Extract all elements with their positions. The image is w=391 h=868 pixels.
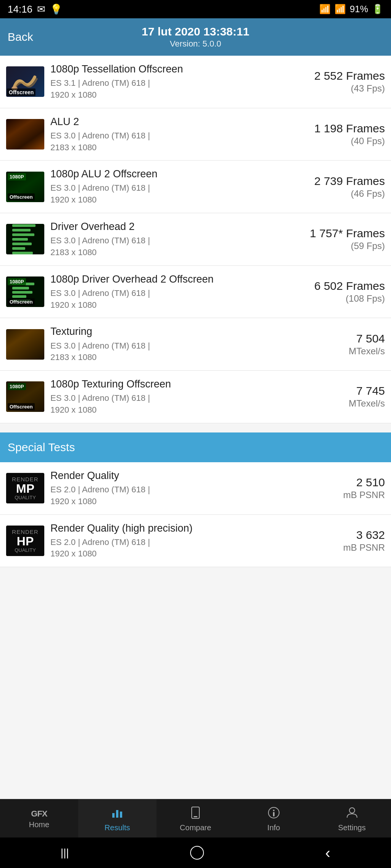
- result-details: ES 3.0 | Adreno (TM) 618 |1920 x 1080: [50, 392, 310, 416]
- nav-settings-label: Settings: [338, 823, 365, 832]
- badge-offscreen: Offscreen: [8, 298, 35, 305]
- score-secondary: (46 Fps): [314, 188, 385, 199]
- render-label-mp: MP: [16, 482, 34, 495]
- result-details: ES 3.0 | Adreno (TM) 618 |1920 x 1080: [50, 182, 308, 206]
- result-details: ES 3.0 | Adreno (TM) 618 |2183 x 1080: [50, 235, 304, 259]
- score-secondary: mB PSNR: [316, 490, 385, 500]
- render-label-quality: QUALITY: [15, 547, 36, 553]
- nav-results-label: Results: [105, 823, 130, 832]
- table-row[interactable]: ALU 2 ES 3.0 | Adreno (TM) 618 |2183 x 1…: [0, 108, 391, 161]
- result-score: 1 198 Frames (40 Fps): [314, 122, 385, 146]
- svg-rect-8: [273, 812, 275, 817]
- result-info: Render Quality ES 2.0 | Adreno (TM) 618 …: [50, 469, 310, 508]
- score-primary: 6 502 Frames: [314, 280, 385, 293]
- bar: [12, 243, 32, 245]
- score-secondary: (43 Fps): [314, 83, 385, 94]
- score-primary: 2 510: [316, 476, 385, 489]
- result-name: Render Quality: [50, 469, 310, 482]
- result-info: ALU 2 ES 3.0 | Adreno (TM) 618 |2183 x 1…: [50, 115, 308, 154]
- score-secondary: (59 Fps): [310, 241, 385, 251]
- score-primary: 2 739 Frames: [314, 175, 385, 188]
- header-date: 17 lut 2020 13:38:11: [142, 25, 249, 38]
- result-name: 1080p Driver Overhead 2 Offscreen: [50, 273, 308, 286]
- status-right: 📶 📶 91% 🔋: [319, 4, 383, 14]
- nav-info-label: Info: [267, 823, 280, 832]
- score-primary: 7 504: [316, 332, 385, 345]
- nav-compare[interactable]: Compare: [157, 799, 235, 837]
- result-thumbnail: 1080P Offscreen: [6, 172, 44, 202]
- offscreen-badge: Offscreen: [7, 88, 36, 96]
- svg-point-7: [273, 810, 275, 811]
- result-details: ES 3.0 | Adreno (TM) 618 |2183 x 1080: [50, 130, 308, 154]
- score-primary: 2 552 Frames: [314, 69, 385, 82]
- result-info: Render Quality (high precision) ES 2.0 |…: [50, 522, 310, 560]
- table-row[interactable]: Driver Overhead 2 ES 3.0 | Adreno (TM) 6…: [0, 213, 391, 266]
- signal-icon: 📶: [334, 4, 346, 14]
- nav-results[interactable]: Results: [78, 799, 157, 837]
- result-info: 1080p Driver Overhead 2 Offscreen ES 3.0…: [50, 273, 308, 311]
- info-circle-icon: [267, 806, 280, 821]
- header-title: 17 lut 2020 13:38:11 Version: 5.0.0: [142, 25, 249, 49]
- bar: [12, 224, 36, 227]
- result-name: ALU 2: [50, 115, 308, 129]
- render-label-quality: QUALITY: [15, 495, 36, 500]
- table-row[interactable]: RENDER HP QUALITY Render Quality (high p…: [0, 515, 391, 567]
- bottom-nav: GFX Home Results Compare: [0, 799, 391, 837]
- result-thumbnail: Offscreen: [6, 66, 44, 97]
- result-info: Driver Overhead 2 ES 3.0 | Adreno (TM) 6…: [50, 220, 304, 259]
- score-primary: 1 198 Frames: [314, 122, 385, 135]
- result-name: 1080p Texturing Offscreen: [50, 378, 310, 391]
- back-nav-button[interactable]: ‹: [325, 844, 330, 862]
- nav-settings[interactable]: Settings: [313, 799, 391, 837]
- table-row[interactable]: 1080P Offscreen 1080p ALU 2 Offscreen ES…: [0, 161, 391, 213]
- result-details: ES 2.0 | Adreno (TM) 618 |1920 x 1080: [50, 484, 310, 508]
- svg-point-9: [349, 808, 355, 813]
- result-score: 2 739 Frames (46 Fps): [314, 175, 385, 199]
- back-button[interactable]: Back: [8, 31, 33, 43]
- result-thumbnail: 1080P Offscreen: [6, 276, 44, 307]
- table-row[interactable]: Offscreen 1080p Tessellation Offscreen E…: [0, 56, 391, 108]
- table-row[interactable]: Texturing ES 3.0 | Adreno (TM) 618 |2183…: [0, 318, 391, 371]
- battery-icon: 🔋: [372, 4, 383, 14]
- badge-1080p: 1080P: [8, 383, 26, 390]
- result-name: 1080p ALU 2 Offscreen: [50, 167, 308, 181]
- result-thumbnail: [6, 329, 44, 360]
- score-primary: 7 745: [316, 384, 385, 397]
- result-details: ES 3.0 | Adreno (TM) 618 |1920 x 1080: [50, 288, 308, 311]
- bar: [12, 247, 25, 250]
- results-list: Offscreen 1080p Tessellation Offscreen E…: [0, 56, 391, 423]
- bar: [12, 238, 28, 241]
- score-secondary: (40 Fps): [314, 136, 385, 146]
- status-time: 14:16: [8, 3, 32, 15]
- result-score: 3 632 mB PSNR: [316, 529, 385, 553]
- render-label-hp: HP: [17, 535, 34, 547]
- result-info: 1080p Tessellation Offscreen ES 3.1 | Ad…: [50, 63, 308, 101]
- home-button[interactable]: [190, 846, 204, 860]
- header: Back 17 lut 2020 13:38:11 Version: 5.0.0: [0, 18, 391, 56]
- table-row[interactable]: 1080P Offscreen 1080p Driver Overhead 2 …: [0, 266, 391, 318]
- result-info: 1080p ALU 2 Offscreen ES 3.0 | Adreno (T…: [50, 167, 308, 206]
- special-tests-header: Special Tests: [0, 432, 391, 462]
- spacer: [0, 423, 391, 432]
- result-name: Texturing: [50, 325, 310, 338]
- nav-info[interactable]: Info: [234, 799, 313, 837]
- notification-icon: 💡: [50, 3, 62, 15]
- result-name: Driver Overhead 2: [50, 220, 304, 233]
- bar: [12, 291, 32, 294]
- status-left: 14:16 ✉ 💡: [8, 3, 62, 15]
- result-score: 7 745 MTexel/s: [316, 384, 385, 409]
- menu-button[interactable]: |||: [61, 847, 69, 859]
- score-secondary: (108 Fps): [314, 293, 385, 304]
- nav-home[interactable]: GFX Home: [0, 799, 78, 837]
- result-thumbnail: RENDER MP QUALITY: [6, 473, 44, 503]
- special-tests-list: RENDER MP QUALITY Render Quality ES 2.0 …: [0, 462, 391, 567]
- badge-1080p: 1080P: [8, 173, 26, 180]
- header-version: Version: 5.0.0: [142, 39, 249, 49]
- result-info: 1080p Texturing Offscreen ES 3.0 | Adren…: [50, 378, 310, 416]
- result-thumbnail: RENDER HP QUALITY: [6, 526, 44, 556]
- score-secondary: MTexel/s: [316, 398, 385, 409]
- table-row[interactable]: RENDER MP QUALITY Render Quality ES 2.0 …: [0, 462, 391, 515]
- table-row[interactable]: 1080P Offscreen 1080p Texturing Offscree…: [0, 371, 391, 423]
- result-score: 2 510 mB PSNR: [316, 476, 385, 500]
- bar: [12, 287, 29, 289]
